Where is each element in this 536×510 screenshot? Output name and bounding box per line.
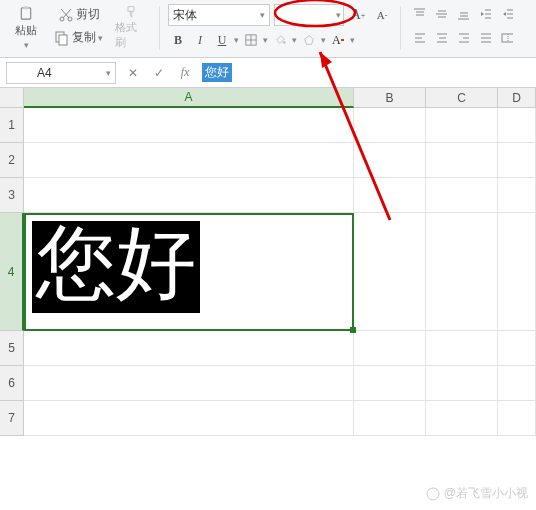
cell-C5[interactable] [426,331,498,366]
cell-D2[interactable] [498,143,536,178]
border-icon [245,33,257,47]
format-painter-button[interactable]: 格式刷 [111,4,151,52]
cell-reference: A4 [37,66,52,80]
row-header-1[interactable]: 1 [0,108,24,143]
cell-D3[interactable] [498,178,536,213]
row-header-6[interactable]: 6 [0,366,24,401]
caret-icon: ▾ [24,40,29,50]
select-all-corner[interactable] [0,88,24,108]
formula-value[interactable]: 您好 [202,63,232,82]
column-header-D[interactable]: D [498,88,536,108]
cell-A7[interactable] [24,401,354,436]
cell-C4[interactable] [426,213,498,331]
caret-icon[interactable]: ▾ [234,35,239,45]
cut-label: 剪切 [76,6,100,23]
formula-bar: A4 ▾ ✕ ✓ fx 您好 [0,58,536,88]
cell-content: 您好 [32,221,200,313]
cell-C1[interactable] [426,108,498,143]
separator [400,6,401,50]
cell-B5[interactable] [354,331,426,366]
cell-B2[interactable] [354,143,426,178]
paste-button[interactable]: 粘贴 ▾ [6,4,46,52]
font-family-value: 宋体 [173,7,197,24]
increase-indent-button[interactable] [497,4,517,24]
cell-C2[interactable] [426,143,498,178]
caret-icon[interactable]: ▾ [263,35,268,45]
cell-B6[interactable] [354,366,426,401]
cut-button[interactable]: 剪切 [50,4,107,25]
cell-A6[interactable] [24,366,354,401]
row-header-5[interactable]: 5 [0,331,24,366]
logo-icon [426,487,440,501]
align-center-icon [435,31,447,45]
align-middle-button[interactable] [431,4,451,24]
fx-button[interactable]: fx [176,65,194,80]
row-header-3[interactable]: 3 [0,178,24,213]
shape-fill-button[interactable] [299,30,319,50]
cell-B1[interactable] [354,108,426,143]
cell-D6[interactable] [498,366,536,401]
cell-C3[interactable] [426,178,498,213]
column-header-A[interactable]: A [24,88,354,108]
align-right-icon [457,31,469,45]
cell-A1[interactable] [24,108,354,143]
merge-button[interactable] [497,28,517,48]
scissors-icon [58,7,74,23]
cell-A2[interactable] [24,143,354,178]
align-justify-button[interactable] [475,28,495,48]
font-color-button[interactable]: A [328,30,348,50]
fill-color-button[interactable] [270,30,290,50]
cell-A5[interactable] [24,331,354,366]
caret-icon[interactable]: ▾ [321,35,326,45]
cancel-button[interactable]: ✕ [124,66,142,80]
cell-D7[interactable] [498,401,536,436]
watermark: @若飞雪小小视 [426,485,528,502]
fill-handle[interactable] [350,327,356,333]
caret-icon: ▾ [336,10,341,20]
italic-button[interactable]: I [190,30,210,50]
cell-B3[interactable] [354,178,426,213]
align-top-button[interactable] [409,4,429,24]
border-button[interactable] [241,30,261,50]
cell-D4[interactable] [498,213,536,331]
cell-C6[interactable] [426,366,498,401]
svg-rect-5 [59,35,67,45]
svg-point-10 [283,41,286,44]
separator [159,6,160,50]
increase-font-button[interactable]: A+ [348,5,368,25]
align-right-button[interactable] [453,28,473,48]
row-header-2[interactable]: 2 [0,143,24,178]
row-header-7[interactable]: 7 [0,401,24,436]
bold-button[interactable]: B [168,30,188,50]
column-header-B[interactable]: B [354,88,426,108]
align-left-button[interactable] [409,28,429,48]
cell-A4[interactable]: 您好 [24,213,354,331]
caret-icon: ▾ [260,10,265,20]
decrease-font-button[interactable]: A- [372,5,392,25]
font-family-select[interactable]: 宋体 ▾ [168,4,270,26]
cell-B7[interactable] [354,401,426,436]
cell-C7[interactable] [426,401,498,436]
align-justify-icon [479,31,491,45]
copy-button[interactable]: 复制 ▾ [50,27,107,48]
svg-rect-0 [21,8,30,19]
cell-D5[interactable] [498,331,536,366]
indent-icon [501,7,513,21]
caret-icon: ▾ [106,68,111,78]
copy-icon [54,30,70,46]
cell-A3[interactable] [24,178,354,213]
column-header-C[interactable]: C [426,88,498,108]
row-header-4[interactable]: 4 [0,213,24,331]
caret-icon[interactable]: ▾ [292,35,297,45]
enter-button[interactable]: ✓ [150,66,168,80]
font-size-select[interactable]: ▾ [274,4,344,26]
align-center-button[interactable] [431,28,451,48]
merge-icon [501,31,513,45]
name-box[interactable]: A4 ▾ [6,62,116,84]
cell-B4[interactable] [354,213,426,331]
cell-D1[interactable] [498,108,536,143]
align-bottom-button[interactable] [453,4,473,24]
decrease-indent-button[interactable] [475,4,495,24]
caret-icon[interactable]: ▾ [350,35,355,45]
underline-button[interactable]: U [212,30,232,50]
